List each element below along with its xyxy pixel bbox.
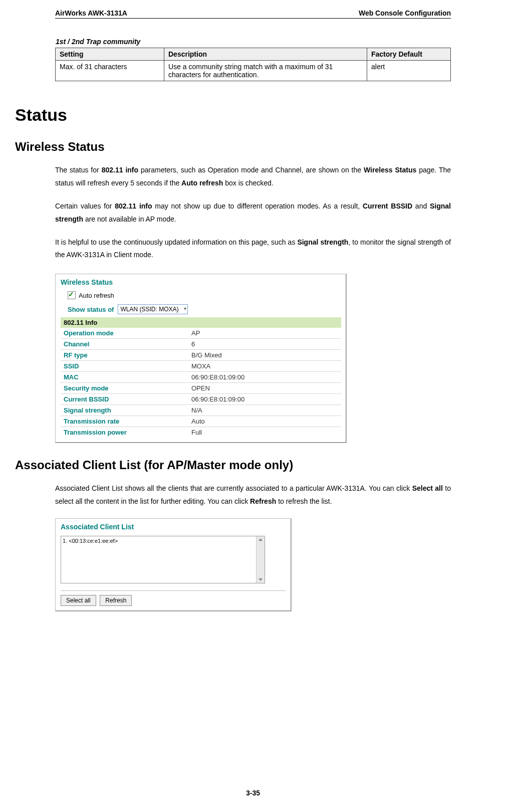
show-status-select[interactable]: WLAN (SSID: MOXA)	[118, 304, 188, 314]
info-header: 802.11 Info	[61, 317, 341, 328]
table-header-setting: Setting	[56, 48, 164, 61]
acl-screenshot-title: Associated Client List	[61, 523, 286, 531]
info-row: Operation modeAP	[61, 328, 341, 338]
acl-client-list[interactable]: 1. <00:13:ce:e1:ee:ef>	[61, 536, 265, 583]
show-status-row: Show status of WLAN (SSID: MOXA)	[68, 304, 341, 314]
scrollbar-vertical-icon[interactable]	[256, 536, 265, 583]
show-status-label: Show status of	[68, 306, 114, 313]
table-row: Max. of 31 characters Use a community st…	[56, 61, 451, 81]
info-row: MAC06:90:E8:01:09:00	[61, 371, 341, 382]
page-number: 3-35	[0, 789, 506, 797]
trap-community-table: Setting Description Factory Default Max.…	[55, 48, 451, 81]
table-header-description: Description	[164, 48, 367, 61]
status-heading: Status	[15, 105, 451, 125]
trap-community-title: 1st / 2nd Trap community	[56, 38, 451, 46]
associated-client-list-heading: Associated Client List (for AP/Master mo…	[15, 458, 451, 472]
info-row: Channel6	[61, 338, 341, 349]
info-row: SSIDMOXA	[61, 360, 341, 371]
info-row: RF typeB/G Mixed	[61, 349, 341, 360]
wireless-status-screenshot: Wireless Status Auto refresh Show status…	[55, 274, 347, 443]
wireless-para-2: Certain values for 802.11 info may not s…	[55, 200, 451, 226]
wireless-status-heading: Wireless Status	[15, 140, 451, 154]
cell-description: Use a community string match with a maxi…	[164, 61, 367, 81]
select-all-button[interactable]: Select all	[61, 595, 96, 606]
auto-refresh-row: Auto refresh	[68, 291, 341, 299]
header-left: AirWorks AWK-3131A	[55, 9, 127, 17]
page-header: AirWorks AWK-3131A Web Console Configura…	[55, 9, 451, 19]
cell-default: alert	[367, 61, 451, 81]
info-row: Current BSSID06:90:E8:01:09:00	[61, 393, 341, 404]
header-right: Web Console Configuration	[359, 9, 451, 17]
refresh-button[interactable]: Refresh	[100, 595, 132, 606]
auto-refresh-label: Auto refresh	[79, 292, 114, 299]
wireless-para-1: The status for 802.11 info parameters, s…	[55, 164, 451, 190]
info-row: Signal strengthN/A	[61, 404, 341, 416]
info-row: Transmission rateAuto	[61, 416, 341, 427]
info-row: Transmission powerFull	[61, 427, 341, 438]
acl-para: Associated Client List shows all the cli…	[55, 482, 451, 508]
screenshot-title: Wireless Status	[61, 278, 341, 286]
auto-refresh-checkbox[interactable]	[68, 291, 76, 299]
wireless-para-3: It is helpful to use the continuously up…	[55, 236, 451, 262]
table-header-default: Factory Default	[367, 48, 451, 61]
info-row: Security modeOPEN	[61, 382, 341, 393]
cell-setting: Max. of 31 characters	[56, 61, 164, 81]
divider	[61, 590, 286, 591]
info-rows: Operation modeAP Channel6 RF typeB/G Mix…	[61, 328, 341, 438]
associated-client-list-screenshot: Associated Client List 1. <00:13:ce:e1:e…	[55, 518, 292, 612]
